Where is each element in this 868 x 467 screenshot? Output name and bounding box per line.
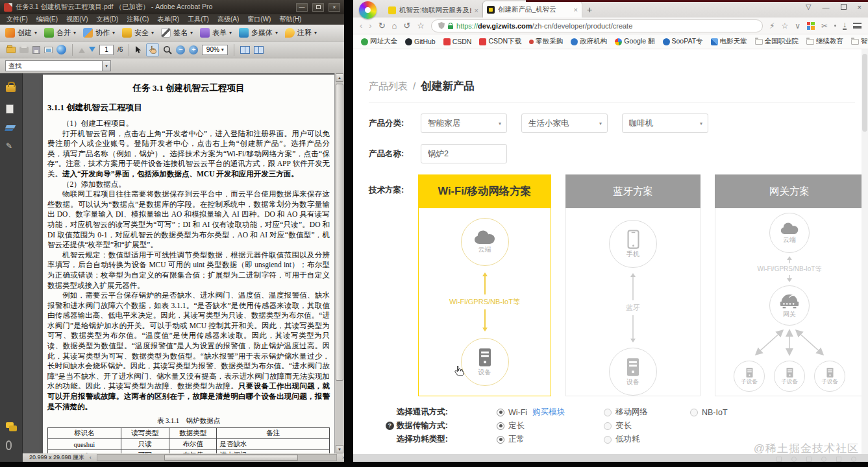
browser-maximize-button[interactable] [841,4,847,10]
bookmark-item[interactable]: 网址大全 [361,37,397,46]
bookmark-item[interactable]: GitHub [405,38,436,45]
page-number-input[interactable] [99,45,114,55]
menu-forms[interactable]: 表单(R) [157,15,179,24]
download-icon[interactable]: ↓ [843,21,847,30]
scroll-right-button[interactable]: › [342,454,344,461]
bookmark-item[interactable]: 零散采购 [529,37,563,46]
previous-page-icon[interactable] [79,45,85,53]
bookmark-item[interactable]: CSDN [443,38,472,45]
back-icon[interactable]: ‹ [360,21,362,30]
bookmark-item[interactable]: 全国职业院 [755,37,799,46]
menu-help[interactable]: 帮助(H) [279,15,301,24]
menu-advanced[interactable]: 高级(A) [217,15,239,24]
select-tool-icon[interactable] [135,46,142,54]
attachments-panel-icon[interactable] [6,440,12,450]
scroll-up-button[interactable]: ▲ [336,73,343,82]
comment-button[interactable]: 注释▾ [285,28,317,38]
reload-icon[interactable]: ↻ [378,21,386,30]
theme-icon[interactable]: ▽ [806,3,811,11]
zoom-out-icon[interactable] [176,45,185,54]
secure-button[interactable]: 安全▾ [122,28,154,38]
tab-close-icon[interactable]: × [475,6,478,14]
category-select-2[interactable]: 生活小家电▾ [521,114,608,133]
next-page-icon[interactable] [89,47,95,55]
pdf-document-area[interactable]: 任务 3.1 创建机智云工程项目 3.1.1 创建机智云工程项目 （1）创建工程… [23,73,334,453]
layers-panel-icon[interactable] [5,125,16,128]
menu-edit[interactable]: 编辑(E) [36,15,58,24]
new-tab-button[interactable]: + [587,5,592,18]
radio-on-icon[interactable] [497,422,504,430]
radio-variable-length-option[interactable]: 变长 [604,420,690,431]
page-scroll-thumb[interactable] [862,54,867,132]
bookmark-star-icon[interactable]: ☆ [417,21,425,30]
browser-logo-icon[interactable] [359,1,377,19]
multimedia-button[interactable]: 多媒体▾ [239,28,278,38]
bookmark-item[interactable]: Google 翻 [615,37,654,46]
card-gateway[interactable]: 网关方案 云端 Wi-Fi/GPRS/NB-IoT等 网关 [715,174,864,396]
radio-on-icon[interactable] [497,409,504,416]
pdf-vertical-scrollbar[interactable]: ▲ ▼ [334,73,344,453]
screenshot-scissors-icon[interactable]: ✂ [821,21,828,30]
zoom-level-select[interactable]: 90%▾ [202,45,228,55]
radio-mobile-option[interactable]: 移动网络 [604,407,690,418]
restore-session-icon[interactable]: ↺ [403,21,410,30]
scroll-left-button[interactable]: ‹ [90,454,92,461]
combine-button[interactable]: 合并▾ [44,28,76,38]
comments-panel-icon[interactable] [6,422,14,428]
radio-low-power-option[interactable]: 低功耗 [604,434,690,445]
radio-off-icon[interactable] [604,436,612,444]
extensions-grid-icon[interactable] [807,22,815,30]
radio-fixed-length-option[interactable]: 定长 [497,420,604,431]
acrobat-maximize-button[interactable] [312,3,324,12]
page-scrollbar[interactable] [862,49,868,454]
menu-window[interactable]: 窗口(W) [247,15,271,24]
site-safety-shield-icon[interactable] [438,22,445,29]
bookmark-item[interactable]: 继续教育 [806,37,843,46]
acrobat-close-button[interactable]: × [329,3,340,12]
radio-normal-power-option[interactable]: 正常 [497,434,604,445]
horizontal-scroll-thumb[interactable] [164,455,298,461]
radio-wifi-option[interactable]: Wi-Fi购买模块 [497,407,604,418]
card-bluetooth[interactable]: 蓝牙方案 手机 蓝牙 设备 [565,174,701,396]
open-file-icon[interactable] [6,47,16,53]
help-question-icon[interactable]: ? [386,422,394,430]
chevron-down-icon[interactable]: ∨ [795,21,800,30]
radio-off-icon[interactable] [690,409,698,416]
browser-close-button[interactable]: × [858,3,862,11]
browser-minimize-button[interactable]: — [823,3,830,11]
tab-create-product[interactable]: 创建新产品_机智云 × [483,1,582,18]
favorite-star-icon[interactable]: ☆ [781,21,788,30]
zoom-in-icon[interactable] [189,45,198,54]
tab-gizwits-home[interactable]: 机智云:物联网云服务及自助开 × [384,3,483,18]
create-pdf-button[interactable]: 创建▾ [5,28,37,38]
sign-button[interactable]: 签名▾ [161,28,193,38]
security-panel-icon[interactable] [6,85,16,92]
signatures-panel-icon[interactable]: ✎ [6,142,15,150]
radio-nbiot-option[interactable]: NB-IoT [690,408,776,417]
menu-document[interactable]: 文档(D) [96,15,118,24]
collaborate-button[interactable]: 协作▾ [83,28,115,38]
flash-save-icon[interactable]: ⚡ [769,21,775,30]
card-wifi-mobile[interactable]: Wi-Fi/移动网络方案 云端 Wi-Fi/GPRS/NB-IoT等 设备 [418,174,551,396]
scrolling-mode-icon[interactable] [240,46,250,54]
vertical-scroll-thumb[interactable] [336,84,343,381]
menu-comments[interactable]: 注释(C) [127,15,149,24]
print-icon[interactable] [19,47,29,53]
buy-module-link[interactable]: 购买模块 [532,407,565,418]
snapshot-icon[interactable] [44,47,53,53]
acrobat-minimize-button[interactable]: — [296,3,308,12]
radio-off-icon[interactable] [604,422,612,430]
menu-file[interactable]: 文件(F) [6,15,28,24]
breadcrumb-product-list[interactable]: 产品列表 [369,80,408,93]
menu-view[interactable]: 视图(V) [66,15,88,24]
tab-close-icon[interactable]: × [574,6,578,14]
pages-panel-icon[interactable] [6,104,14,114]
product-name-input[interactable] [421,144,507,163]
bookmark-item[interactable]: SooPAT专 [663,37,703,46]
bookmark-item[interactable]: 政府机构 [571,37,607,46]
save-icon[interactable] [32,46,40,54]
radio-off-icon[interactable] [604,409,612,416]
find-input[interactable] [5,60,103,71]
category-select-3[interactable]: 咖啡机▾ [622,114,708,133]
pdf-horizontal-scrollbar[interactable] [97,454,338,461]
